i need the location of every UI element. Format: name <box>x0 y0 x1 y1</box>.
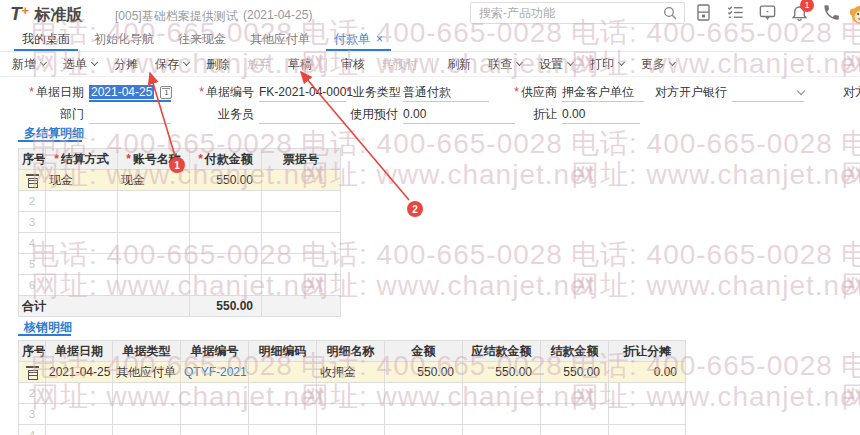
field-salesman: 业务员 <box>190 104 346 124</box>
table-row: 2021-04-25 其他应付单 QTYF-2021-... 收押金 550.0… <box>19 362 686 383</box>
assistant-mascot-icon[interactable] <box>849 3 860 25</box>
checklist-icon[interactable] <box>726 3 745 22</box>
app-logo: T + 标准版 <box>10 3 82 26</box>
watermark-text: 电话: 400-665-0028 <box>841 125 860 163</box>
toolbar-divider <box>326 58 327 71</box>
cell-settle-amount[interactable]: 550.00 <box>541 362 609 383</box>
cell-doc-date: 2021-04-25 <box>46 362 113 383</box>
chevron-down-icon <box>40 59 47 66</box>
tab-payment-order[interactable]: 付款单 × <box>322 27 395 51</box>
toolbar-button-add[interactable]: 新增 <box>12 56 46 73</box>
table-row: 5 <box>19 254 341 275</box>
chevron-down-icon <box>618 59 625 66</box>
watermark-text: 网址: www.chanjet.net <box>841 378 860 416</box>
calculator-icon[interactable] <box>694 3 713 22</box>
tab-init-navigation[interactable]: 初始化导航 <box>82 27 166 51</box>
doc-no-input[interactable]: FK-2021-04-0001 <box>259 83 346 102</box>
col-doc-no: 单据编号 <box>181 341 249 362</box>
toolbar-button-delete[interactable]: 删除 <box>206 56 230 73</box>
field-account-no: 对方账号 <box>843 82 860 102</box>
toolbar-button-apportion[interactable]: 分摊 <box>114 56 138 73</box>
col-due-amount: 应结款金额 <box>463 341 541 362</box>
login-date-label: (2021-04-25) <box>243 8 312 22</box>
close-icon[interactable]: × <box>376 32 383 46</box>
toolbar-button-settings[interactable]: 设置 <box>539 56 573 73</box>
table-row: 3 <box>19 404 686 425</box>
watermark-text: 网址: www.chanjet.net <box>841 156 860 194</box>
watermark-text: 网址: www.chanjet.net <box>841 267 860 305</box>
table-row: 6 <box>19 275 341 296</box>
toolbar-button-draft[interactable]: 草稿 <box>288 56 312 73</box>
tab-current-cash[interactable]: 往来现金 <box>166 27 238 51</box>
chevron-down-icon <box>567 59 574 66</box>
chevron-down-icon <box>797 86 805 94</box>
settlement-total-row: 合计 550.00 <box>19 296 341 317</box>
settlement-tab-underline <box>18 140 82 142</box>
col-settle-method: *结算方式 <box>46 149 118 170</box>
col-settle-amount: 结款金额 <box>541 341 609 362</box>
watermark-text: 电话: 400-665-0028 <box>841 347 860 385</box>
col-bill-no: 票据号 <box>262 149 341 170</box>
bank-select[interactable] <box>732 83 804 102</box>
cell-pay-amount[interactable]: 550.00 <box>190 170 262 191</box>
department-input[interactable] <box>89 105 171 124</box>
field-discount: 折让 0.00 <box>505 104 640 124</box>
account-set-label: [005]基础档案提供测试 <box>115 8 238 25</box>
action-toolbar: 新增 选单 分摊 保存 删除 放弃 草稿 审核 转预付 刷新 联查 设置 打印 … <box>0 52 860 77</box>
calendar-icon[interactable]: 1 <box>160 86 172 99</box>
notification-bell[interactable]: 1 <box>790 3 809 22</box>
col-detail-code: 明细编码 <box>249 341 317 362</box>
tab-my-desktop[interactable]: 我的桌面 <box>10 27 82 51</box>
watermark-text: 电话: 400-665-0028 <box>841 236 860 274</box>
col-detail-name: 明细名称 <box>317 341 385 362</box>
product-search[interactable] <box>470 2 685 24</box>
current-row-indicator <box>19 362 46 383</box>
toolbar-button-audit[interactable]: 审核 <box>341 56 365 73</box>
search-input[interactable] <box>471 6 662 20</box>
topbar-icons: 1 <box>694 3 841 22</box>
cell-doc-type: 其他应付单 <box>113 362 181 383</box>
discount-input[interactable]: 0.00 <box>562 105 640 124</box>
cell-amount: 550.00 <box>385 362 463 383</box>
doc-date-input[interactable]: 2021-04-251 <box>89 83 171 102</box>
search-icon[interactable] <box>662 5 678 21</box>
chevron-down-icon <box>669 59 676 66</box>
biz-type-input[interactable]: 普通付款 <box>403 83 489 102</box>
toolbar-button-more[interactable]: 更多 <box>641 56 675 73</box>
tab-other-payable[interactable]: 其他应付单 <box>238 27 322 51</box>
logo-plus-icon: + <box>22 3 30 18</box>
cell-discount-share[interactable]: 0.00 <box>609 362 686 383</box>
cell-bill-no[interactable] <box>262 170 341 191</box>
toolbar-button-save[interactable]: 保存 <box>155 56 189 73</box>
notification-badge: 1 <box>800 0 814 12</box>
watermark-text: 网址: www.chanjet.net <box>301 156 595 194</box>
source-doc-link[interactable]: QTYF-2021-... <box>184 365 249 379</box>
cell-detail-code <box>249 362 317 383</box>
message-icon[interactable] <box>758 3 777 22</box>
col-doc-date: 单据日期 <box>46 341 113 362</box>
watermark-text: 电话: 400-665-0028 <box>571 125 833 163</box>
toolbar-button-linked-query[interactable]: 联查 <box>488 56 522 73</box>
watermark-text: 网址: www.chanjet.net <box>301 267 595 305</box>
writeoff-header-row: 序号 单据日期 单据类型 单据编号 明细编码 明细名称 金额 应结款金额 结款金… <box>19 341 686 362</box>
table-row: 3 <box>19 212 341 233</box>
total-label: 合计 <box>19 296 190 317</box>
table-row: 现金 现金 550.00 <box>19 170 341 191</box>
cell-settle-method[interactable]: 现金 <box>46 170 118 191</box>
salesman-input[interactable] <box>259 105 346 124</box>
table-row: 2 <box>19 383 686 404</box>
toolbar-button-refresh[interactable]: 刷新 <box>447 56 471 73</box>
supplier-input[interactable]: 押金客户单位 <box>562 83 644 102</box>
toolbar-button-to-prepay: 转预付 <box>382 56 418 73</box>
logo-t: T <box>10 3 21 25</box>
phone-icon[interactable] <box>822 3 841 22</box>
svg-text:2: 2 <box>412 204 418 215</box>
field-doc-no: *单据编号 FK-2021-04-0001 <box>190 82 346 102</box>
toolbar-button-select-order[interactable]: 选单 <box>63 56 97 73</box>
toolbar-button-print[interactable]: 打印 <box>590 56 624 73</box>
col-discount-share: 折让分摊 <box>609 341 686 362</box>
col-seq: 序号 <box>19 149 46 170</box>
prepay-input[interactable]: 0.00 <box>403 105 515 124</box>
cell-account-name[interactable]: 现金 <box>118 170 190 191</box>
cell-doc-no: QTYF-2021-... <box>181 362 249 383</box>
